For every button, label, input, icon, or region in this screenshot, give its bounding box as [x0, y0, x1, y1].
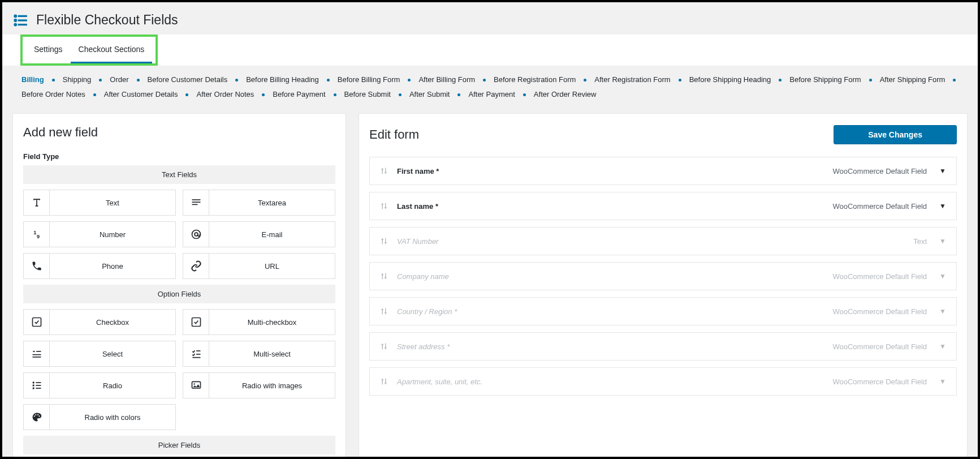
field-meta: WooCommerce Default Field [832, 272, 927, 281]
subnav-item[interactable]: Order [110, 72, 128, 87]
select-icon [24, 341, 50, 366]
palette-icon [24, 405, 50, 430]
subnav-item[interactable]: Before Billing Heading [246, 72, 319, 87]
svg-rect-13 [32, 318, 41, 327]
subnav-item[interactable]: After Shipping Form [880, 72, 946, 87]
svg-point-31 [37, 414, 38, 415]
field-type-card[interactable]: Text [23, 190, 176, 216]
subnav-separator [679, 79, 681, 81]
subnav-item[interactable]: Before Customer Details [148, 72, 228, 87]
subnav-item[interactable]: After Order Notes [196, 87, 254, 102]
form-field-row[interactable]: Apartment, suite, unit, etc.WooCommerce … [369, 367, 957, 396]
field-label: Country / Region * [397, 307, 832, 316]
field-type-card[interactable]: E-mail [183, 221, 335, 247]
field-type-card[interactable]: Multi-checkbox [183, 309, 335, 335]
email-icon [183, 222, 209, 247]
subnav-item[interactable]: Before Billing Form [338, 72, 400, 87]
form-field-row[interactable]: Street address *WooCommerce Default Fiel… [369, 332, 957, 361]
subnav-item[interactable]: After Customer Details [104, 87, 178, 102]
chevron-down-icon[interactable]: ▼ [939, 307, 946, 315]
field-type-group-header: Option Fields [23, 285, 335, 303]
drag-handle-icon[interactable] [380, 237, 388, 246]
field-type-label: Select [50, 350, 175, 358]
field-type-label: Radio with colors [50, 413, 175, 422]
field-type-card[interactable]: Textarea [183, 190, 335, 216]
subnav-separator [869, 79, 872, 81]
field-type-grid: CheckboxMulti-checkboxSelectMulti-select… [13, 309, 346, 436]
subnav-separator [953, 79, 956, 81]
field-label: Last name * [397, 202, 832, 211]
field-type-label: Multi-select [209, 350, 335, 358]
subnav-item[interactable]: Before Payment [273, 87, 325, 102]
field-label: Apartment, suite, unit, etc. [397, 378, 832, 386]
field-type-card[interactable]: Phone [23, 253, 176, 279]
field-type-label: Checkbox [50, 318, 175, 327]
drag-handle-icon[interactable] [380, 201, 388, 211]
drag-handle-icon[interactable] [380, 166, 388, 175]
drag-handle-icon[interactable] [380, 377, 388, 386]
drag-handle-icon[interactable] [380, 342, 388, 351]
svg-rect-24 [36, 385, 41, 386]
tabs-highlight: Settings Checkout Sections [20, 35, 158, 66]
subnav-item[interactable]: Shipping [63, 72, 92, 87]
chevron-down-icon[interactable]: ▼ [939, 167, 946, 175]
chevron-down-icon[interactable]: ▼ [939, 237, 946, 245]
image-icon [183, 373, 209, 398]
svg-point-11 [192, 230, 200, 239]
subnav-separator [584, 79, 586, 81]
svg-rect-17 [32, 357, 41, 358]
subnav-item[interactable]: Before Submit [344, 87, 391, 102]
form-field-row[interactable]: VAT NumberText▼ [369, 227, 957, 255]
number-icon: 19 [24, 222, 50, 247]
tab-settings[interactable]: Settings [26, 37, 71, 63]
form-field-row[interactable]: Company nameWooCommerce Default Field▼ [369, 262, 957, 290]
field-type-card[interactable]: Radio [23, 372, 176, 398]
subnav-item[interactable]: After Billing Form [418, 72, 475, 87]
field-type-group-header: Text Fields [23, 165, 335, 184]
save-button[interactable]: Save Changes [834, 125, 957, 144]
field-type-card[interactable]: URL [183, 253, 335, 279]
chevron-down-icon[interactable]: ▼ [939, 378, 946, 385]
form-field-row[interactable]: Last name *WooCommerce Default Field▼ [369, 192, 957, 220]
chevron-down-icon[interactable]: ▼ [939, 202, 946, 210]
subnav-item[interactable]: After Order Review [534, 87, 597, 102]
subnav-item[interactable]: Before Order Notes [21, 87, 85, 102]
subnav-item[interactable]: Billing [21, 72, 44, 87]
svg-rect-6 [192, 199, 200, 200]
checkbox-icon [24, 310, 50, 334]
field-type-card[interactable]: Checkbox [23, 309, 176, 335]
chevron-down-icon[interactable]: ▼ [939, 272, 946, 280]
field-meta: WooCommerce Default Field [832, 202, 927, 211]
form-field-row[interactable]: Country / Region *WooCommerce Default Fi… [369, 297, 957, 325]
svg-rect-26 [36, 388, 41, 389]
subnav-item[interactable]: After Payment [468, 87, 515, 102]
subnav-item[interactable]: After Registration Form [594, 72, 670, 87]
subnav-item[interactable]: After Submit [409, 87, 450, 102]
chevron-down-icon[interactable]: ▼ [939, 342, 946, 350]
subnav-item[interactable]: Before Shipping Heading [689, 72, 771, 87]
subnav-separator [99, 79, 102, 81]
url-icon [183, 254, 209, 278]
field-meta: WooCommerce Default Field [832, 307, 927, 316]
tabs-bar: Settings Checkout Sections [2, 35, 978, 66]
page-header: Flexible Checkout Fields [2, 2, 978, 35]
form-fields-list: First name *WooCommerce Default Field▼La… [359, 157, 967, 396]
form-field-row[interactable]: First name *WooCommerce Default Field▼ [369, 157, 957, 185]
subnav-separator [334, 93, 336, 96]
field-type-card[interactable]: Radio with colors [23, 404, 176, 430]
subnav-item[interactable]: Before Registration Form [494, 72, 576, 87]
subnav-item[interactable]: Before Shipping Form [789, 72, 861, 87]
field-type-card[interactable]: Multi-select [183, 341, 335, 367]
field-type-label: Number [50, 230, 175, 239]
field-meta: WooCommerce Default Field [832, 167, 927, 175]
tab-checkout-sections[interactable]: Checkout Sections [71, 37, 153, 63]
drag-handle-icon[interactable] [380, 272, 388, 281]
drag-handle-icon[interactable] [380, 307, 388, 316]
field-type-card[interactable]: Radio with images [183, 372, 335, 398]
svg-point-28 [193, 383, 195, 385]
field-type-label: Multi-checkbox [209, 318, 335, 327]
field-type-card[interactable]: 19Number [23, 221, 176, 247]
phone-icon [24, 254, 50, 278]
subnav-separator [262, 93, 265, 96]
field-type-card[interactable]: Select [23, 341, 176, 367]
